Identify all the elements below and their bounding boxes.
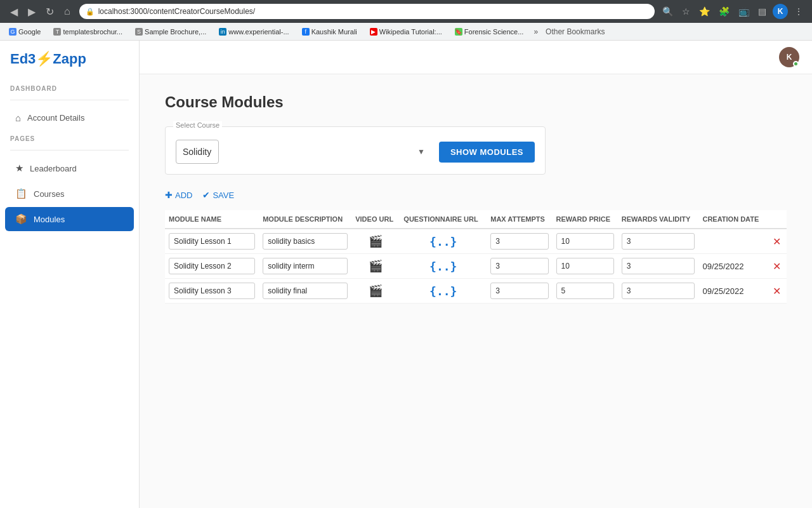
table-row: 🎬 {..} 09/2 bbox=[165, 254, 787, 279]
row3-reward-input[interactable] bbox=[556, 283, 614, 299]
row2-validity-cell bbox=[618, 254, 699, 279]
th-video-url: VIDEO URL bbox=[351, 210, 400, 229]
reload-button[interactable]: ↻ bbox=[42, 3, 58, 20]
row3-creation-date: 09/25/2022 bbox=[698, 279, 766, 304]
row2-video-icon[interactable]: 🎬 bbox=[369, 260, 383, 272]
row3-reward-cell bbox=[553, 279, 618, 304]
page-title: Course Modules bbox=[165, 93, 787, 111]
browser-actions: 🔍 ☆ ⭐ 🧩 📺 ▤ K ⋮ bbox=[660, 4, 806, 19]
row1-reward-input[interactable] bbox=[556, 233, 614, 250]
add-label: ADD bbox=[175, 190, 192, 200]
row3-validity-input[interactable] bbox=[622, 283, 695, 299]
dashboard-divider bbox=[10, 100, 129, 100]
sidebar-item-courses[interactable]: 📋 Courses bbox=[5, 182, 134, 206]
bookmark-google-label: Google bbox=[18, 28, 41, 36]
bookmark-btn[interactable]: ☆ bbox=[679, 5, 693, 18]
row3-description-input[interactable] bbox=[263, 283, 348, 299]
row1-questionnaire-icon[interactable]: {..} bbox=[429, 235, 457, 248]
row2-description-input[interactable] bbox=[263, 258, 348, 274]
browser-nav: ◀ ▶ ↻ ⌂ bbox=[6, 3, 74, 20]
course-select[interactable]: Solidity bbox=[176, 140, 219, 164]
back-button[interactable]: ◀ bbox=[6, 3, 22, 20]
url-text: localhost:3000/contentCreatorCourseModul… bbox=[98, 7, 255, 16]
courses-label: Courses bbox=[34, 189, 64, 199]
row3-video-icon[interactable]: 🎬 bbox=[369, 284, 383, 297]
main-content: Course Modules Select Course Solidity ▼ … bbox=[140, 74, 812, 508]
row2-reward-input[interactable] bbox=[556, 258, 614, 274]
other-bookmarks[interactable]: Other Bookmarks bbox=[546, 27, 605, 36]
extensions-btn[interactable]: 🧩 bbox=[716, 5, 732, 18]
row1-questionnaire-cell: {..} bbox=[400, 229, 487, 254]
modules-label: Modules bbox=[34, 215, 65, 224]
row3-validity-cell bbox=[618, 279, 699, 304]
th-max-attempts: MAX ATTEMPTS bbox=[487, 210, 552, 229]
row2-module-name-input[interactable] bbox=[169, 258, 255, 274]
bookmark-kaushik[interactable]: f Kaushik Murali bbox=[299, 27, 360, 37]
pages-divider bbox=[10, 150, 129, 150]
row1-description-input[interactable] bbox=[263, 233, 348, 250]
row3-module-name-input[interactable] bbox=[169, 283, 255, 299]
address-bar[interactable]: 🔒 localhost:3000/contentCreatorCourseMod… bbox=[79, 4, 655, 19]
logo-area: Ed3⚡Zapp bbox=[0, 41, 139, 80]
row3-questionnaire-cell: {..} bbox=[400, 279, 487, 304]
templates-favicon: T bbox=[53, 28, 61, 36]
menu-btn[interactable]: ⋮ bbox=[792, 5, 806, 18]
row1-module-name-input[interactable] bbox=[169, 233, 255, 250]
select-row: Solidity ▼ SHOW MODULES bbox=[176, 140, 535, 164]
sidebar-btn[interactable]: ▤ bbox=[756, 5, 769, 18]
top-bar: K bbox=[140, 41, 812, 74]
cast-btn[interactable]: 📺 bbox=[736, 5, 752, 18]
row2-reward-cell bbox=[553, 254, 618, 279]
profile-btn[interactable]: K bbox=[773, 4, 788, 19]
bookmark-templates-label: templatesbrochur... bbox=[63, 28, 122, 36]
show-modules-button[interactable]: SHOW MODULES bbox=[439, 142, 535, 163]
dashboard-section-label: DASHBOARD bbox=[0, 80, 139, 95]
bookmark-forensic[interactable]: 🔖 Forensic Science... bbox=[452, 27, 527, 37]
table-row: 🎬 {..} bbox=[165, 229, 787, 254]
bookmarks-more[interactable]: » bbox=[534, 27, 538, 36]
row2-questionnaire-icon[interactable]: {..} bbox=[429, 260, 457, 273]
sidebar-item-leaderboard[interactable]: ★ Leaderboard bbox=[5, 156, 134, 180]
sidebar-item-modules[interactable]: 📦 Modules bbox=[5, 207, 134, 231]
row1-attempts-input[interactable] bbox=[490, 233, 548, 250]
modules-table: MODULE NAME MODULE DESCRIPTION VIDEO URL… bbox=[165, 210, 787, 304]
search-browser-btn[interactable]: 🔍 bbox=[660, 5, 676, 18]
bookmark-linkedin-label: www.experiential-... bbox=[228, 28, 289, 36]
bookmarks-bar: G Google T templatesbrochur... S Sample … bbox=[0, 23, 812, 41]
select-arrow-icon: ▼ bbox=[417, 147, 425, 156]
row1-reward-cell bbox=[553, 229, 618, 254]
th-questionnaire-url: QUESTIONNAIRE URL bbox=[400, 210, 487, 229]
row1-delete-cell: ✕ bbox=[766, 229, 787, 254]
bookmark-templates[interactable]: T templatesbrochur... bbox=[51, 27, 125, 37]
row1-validity-input[interactable] bbox=[622, 233, 695, 250]
modules-icon: 📦 bbox=[15, 213, 27, 225]
lock-icon: 🔒 bbox=[86, 8, 95, 16]
row2-attempts-input[interactable] bbox=[490, 258, 548, 274]
bookmark-wikipedia[interactable]: ▶ Wikipedia Tutorial:... bbox=[367, 27, 445, 37]
header-row: MODULE NAME MODULE DESCRIPTION VIDEO URL… bbox=[165, 210, 787, 229]
home-button[interactable]: ⌂ bbox=[60, 3, 74, 20]
main-area: K Course Modules Select Course Solidity … bbox=[140, 41, 812, 508]
add-button[interactable]: ✚ ADD bbox=[165, 187, 192, 203]
row2-delete-icon[interactable]: ✕ bbox=[773, 261, 781, 272]
bookmark-forensic-label: Forensic Science... bbox=[464, 28, 524, 36]
forward-button[interactable]: ▶ bbox=[24, 3, 39, 20]
star-btn[interactable]: ⭐ bbox=[697, 5, 712, 18]
add-icon: ✚ bbox=[165, 190, 173, 200]
sidebar-item-account-details[interactable]: ⌂ Account Details bbox=[5, 106, 134, 130]
bookmark-wikipedia-label: Wikipedia Tutorial:... bbox=[379, 28, 442, 36]
avatar-initials: K bbox=[787, 53, 792, 62]
row2-validity-input[interactable] bbox=[622, 258, 695, 274]
save-button[interactable]: ✔ SAVE bbox=[202, 187, 234, 203]
logo: Ed3⚡Zapp bbox=[10, 51, 86, 67]
row1-attempts-cell bbox=[487, 229, 552, 254]
row1-video-icon[interactable]: 🎬 bbox=[369, 235, 383, 248]
bookmark-sample[interactable]: S Sample Brochure,... bbox=[133, 27, 209, 37]
avatar[interactable]: K bbox=[779, 47, 799, 67]
row3-questionnaire-icon[interactable]: {..} bbox=[429, 284, 457, 298]
row3-attempts-input[interactable] bbox=[490, 283, 548, 299]
row1-delete-icon[interactable]: ✕ bbox=[773, 236, 781, 247]
bookmark-linkedin[interactable]: in www.experiential-... bbox=[216, 27, 291, 37]
bookmark-google[interactable]: G Google bbox=[6, 27, 43, 37]
row3-delete-icon[interactable]: ✕ bbox=[773, 286, 781, 297]
